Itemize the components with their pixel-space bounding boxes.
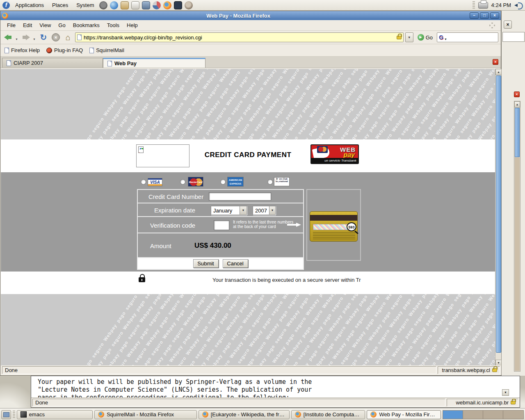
tab-icon <box>7 60 11 66</box>
background-browser-window[interactable]: Your paper will be will be published by … <box>31 376 520 408</box>
volume-icon[interactable] <box>514 2 523 9</box>
year-select[interactable]: 2007 ▼ <box>253 206 276 215</box>
bookmark-firefox-help[interactable]: Firefox Help <box>5 47 40 53</box>
menu-bookmarks[interactable]: Bookmarks <box>70 21 103 30</box>
tab-web-pay[interactable]: Web Pay <box>103 58 205 68</box>
close-icon[interactable]: × <box>504 21 512 29</box>
search-engine-dropdown-icon[interactable]: ▼ <box>444 38 447 41</box>
scrollbar-thumb[interactable] <box>496 75 501 353</box>
scroll-down-icon[interactable]: ▼ <box>502 389 509 396</box>
bookmark-icon <box>89 48 94 53</box>
emacs-icon <box>21 411 27 418</box>
terminal-icon[interactable] <box>174 1 182 9</box>
workspace-4[interactable] <box>503 411 523 419</box>
show-desktop-button[interactable] <box>1 410 11 419</box>
background-search-field <box>502 32 525 42</box>
workspace-2[interactable] <box>463 411 483 419</box>
menu-go[interactable]: Go <box>55 21 68 30</box>
url-input[interactable]: https://transbank.webpay.cl/cgi-bin/bp_r… <box>84 34 395 41</box>
workspace-3[interactable] <box>483 411 503 419</box>
tab-close-icon[interactable]: × <box>493 59 498 65</box>
stop-button[interactable]: × <box>50 32 61 43</box>
menu-file[interactable]: File <box>4 21 19 30</box>
home-button[interactable]: ⌂ <box>63 32 73 43</box>
search-input[interactable]: G ▼ <box>437 32 498 42</box>
taskbar-item-eukaryote[interactable]: [Eukaryote - Wikipedia, the fre… <box>199 410 290 419</box>
firefox-launcher-icon[interactable] <box>163 1 171 9</box>
distro-menu-icon[interactable]: f <box>2 2 10 9</box>
display-icon[interactable] <box>142 1 150 9</box>
close-button[interactable]: × <box>490 12 499 19</box>
scrollbar-thumb[interactable] <box>515 108 520 157</box>
payment-form-panel: VISA MasterCard AMERICAN EXPRESS Diners … <box>1 172 495 272</box>
scroll-up-icon[interactable]: ▲ <box>495 69 502 75</box>
menu-view[interactable]: View <box>36 21 54 30</box>
scroll-down-icon[interactable]: ▼ <box>495 360 502 366</box>
verification-note: It refers to the last three numbersat th… <box>233 220 293 229</box>
payment-form: Credit Card Number Expiration date Janua… <box>137 189 304 270</box>
back-dropdown-icon[interactable]: ▼ <box>15 38 18 41</box>
menu-help[interactable]: Help <box>123 21 141 30</box>
documents-icon[interactable] <box>131 1 139 9</box>
clock[interactable]: 4:24 PM <box>491 2 511 8</box>
tab-ciarp-2007[interactable]: CIARP 2007 <box>2 58 103 68</box>
go-button[interactable]: ▶ Go <box>415 34 435 41</box>
background-window-right-edge: × × ▲ <box>501 11 525 376</box>
tab-icon <box>107 61 112 66</box>
places-menu[interactable]: Places <box>49 1 71 9</box>
tab-bar: CIARP 2007 Web Pay × <box>0 57 501 68</box>
verification-input[interactable] <box>214 220 229 230</box>
page-scrollbar[interactable]: ▲ ▼ <box>495 69 501 366</box>
panel-separator <box>13 411 15 419</box>
radio-amex[interactable] <box>220 179 226 185</box>
taskbar-item-emacs[interactable]: emacs <box>17 410 93 419</box>
url-bar[interactable]: https://transbank.webpay.cl/cgi-bin/bp_r… <box>75 32 404 42</box>
workspace-1[interactable] <box>443 411 463 419</box>
submit-button[interactable]: Submit <box>193 259 219 268</box>
forward-dropdown-icon[interactable]: ▼ <box>33 38 36 41</box>
bookmark-icon <box>5 48 9 53</box>
forward-button[interactable] <box>21 32 31 43</box>
security-code-magnifier: 593 <box>347 222 356 231</box>
scroll-up-icon[interactable]: ▲ <box>514 101 520 107</box>
page-title: CREDIT CARD PAYMENT <box>1 151 495 159</box>
gnu-icon[interactable] <box>99 1 107 9</box>
taskbar-item-webpay[interactable]: Web Pay - Mozilla Firefox <box>367 410 441 419</box>
status-bar: Done transbank.webpay.cl <box>1 365 501 375</box>
menu-tools[interactable]: Tools <box>104 21 123 30</box>
printer-icon[interactable] <box>478 2 488 9</box>
reload-button[interactable]: ↻ <box>38 32 49 43</box>
email-icon[interactable] <box>121 1 129 9</box>
radio-diners[interactable] <box>267 179 273 185</box>
system-menu[interactable]: System <box>73 1 97 9</box>
lock-icon <box>492 368 497 372</box>
minimize-button[interactable]: – <box>470 12 479 19</box>
cc-number-input[interactable] <box>209 192 271 201</box>
maximize-button[interactable]: □ <box>480 12 489 19</box>
visa-logo: VISA <box>148 178 162 186</box>
gimp-icon[interactable] <box>185 1 193 9</box>
browser-icon[interactable] <box>110 1 118 9</box>
bookmark-label: Plug-in FAQ <box>54 47 83 53</box>
menu-edit[interactable]: Edit <box>20 21 35 30</box>
tab-close-icon[interactable]: × <box>514 91 520 97</box>
tab-label: Web Pay <box>114 60 137 66</box>
title-bar[interactable]: Web Pay - Mozilla Firefox – □ × <box>0 11 501 20</box>
url-history-dropdown[interactable]: ▼ <box>405 32 413 42</box>
back-button[interactable] <box>3 32 14 43</box>
chart-icon[interactable] <box>153 1 161 9</box>
background-scrollbar[interactable]: ▲ <box>514 101 520 372</box>
radio-mastercard[interactable] <box>180 179 185 185</box>
status-text: Done <box>2 366 436 374</box>
month-select[interactable]: January ▼ <box>211 206 247 215</box>
applications-menu[interactable]: Applications <box>12 1 47 9</box>
signature-strip: 593 <box>313 224 355 230</box>
taskbar-item-instituto[interactable]: [Instituto de Computação 1.4…. <box>291 410 365 419</box>
mastercard-icon <box>317 146 328 153</box>
taskbar-item-squirrelmail[interactable]: SquirrelMail - Mozilla Firefox <box>94 410 197 419</box>
radio-visa[interactable] <box>141 179 146 185</box>
bookmark-plugin-faq[interactable]: Plug-in FAQ <box>46 47 83 53</box>
cancel-button[interactable]: Cancel <box>223 259 248 268</box>
bookmark-squirrelmail[interactable]: SquirrelMail <box>89 47 124 53</box>
scrollbar-track[interactable] <box>515 158 520 371</box>
